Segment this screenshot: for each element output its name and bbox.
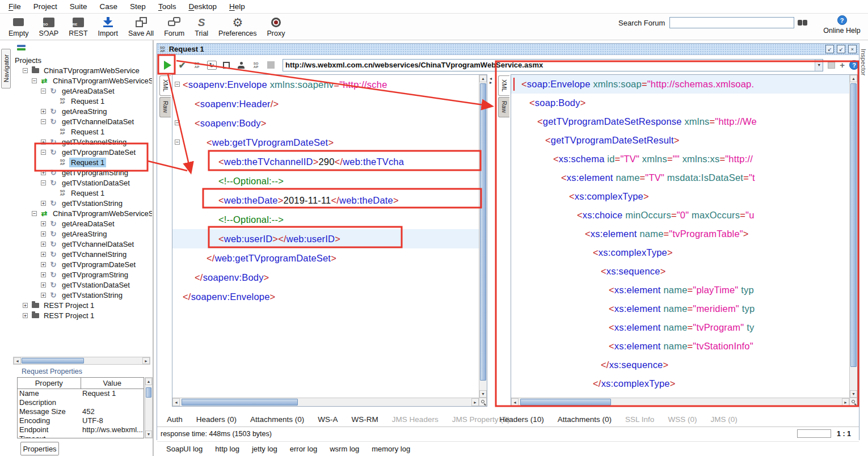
properties-bottom-tab[interactable]: Properties: [20, 442, 59, 455]
xml-line[interactable]: −<soapenv:Envelope xmlns:soapenv="http:/…: [172, 75, 479, 94]
xml-line[interactable]: <xs:element name="meridiem" typ: [511, 299, 849, 318]
tree-expander-icon[interactable]: −: [32, 78, 37, 83]
submit-request-button[interactable]: [160, 58, 175, 72]
scroll-left-icon[interactable]: ◄: [172, 398, 180, 406]
add-to-testcase-button[interactable]: SOAP: [248, 58, 263, 72]
toolbar-button-rest[interactable]: REST*REST: [64, 15, 92, 39]
log-tab-http-log[interactable]: http log: [215, 445, 239, 453]
tree-expander-icon[interactable]: −: [41, 88, 46, 94]
tree-item-getareadataset[interactable]: −↻getAreaDataSet: [11, 86, 152, 96]
log-tab-jetty-log[interactable]: jetty log: [252, 445, 277, 453]
add-assertion-icon[interactable]: +: [840, 62, 845, 69]
xml-line[interactable]: <xs:element name="tvProgram" ty: [511, 318, 849, 337]
xml-line[interactable]: <xs:element name="TV" msdata:IsDataSet="…: [511, 168, 849, 187]
xml-line[interactable]: <soap:Body>: [511, 94, 849, 112]
request-horizontal-scrollbar[interactable]: ◄ ►: [172, 398, 479, 406]
tree-expander-icon[interactable]: +: [41, 293, 46, 298]
scroll-up-icon[interactable]: ▲: [850, 75, 857, 82]
binoculars-search-icon[interactable]: [798, 20, 807, 26]
xml-line[interactable]: <web:theTVchannelID>290</web:theTVcha: [172, 152, 479, 171]
scroll-down-icon[interactable]: ▼: [479, 390, 487, 398]
tree-horizontal-scrollbar[interactable]: ◄ ►: [13, 357, 150, 365]
tree-expander-icon[interactable]: +: [41, 252, 46, 257]
tree-expander-icon[interactable]: +: [41, 140, 46, 145]
xml-line[interactable]: </soapenv:Body>: [172, 268, 479, 287]
magnifier-button[interactable]: [479, 398, 487, 406]
tree-item-request-1[interactable]: SOAPRequest 1: [11, 96, 152, 106]
xml-line[interactable]: </web:getTVprogramDateSet>: [172, 248, 479, 268]
tree-item-gettvprogramstring[interactable]: +↻getTVprogramString: [11, 269, 152, 280]
tree-expander-icon[interactable]: +: [41, 282, 46, 288]
scroll-down-icon[interactable]: ▼: [145, 430, 152, 438]
response-xml-pane[interactable]: <soap:Envelope xmlns:soap="http://schema…: [511, 75, 849, 398]
tree-item-getareadataset[interactable]: +↻getAreaDataSet: [11, 218, 152, 229]
validate-button[interactable]: ✔: [175, 58, 189, 72]
magnifier-button[interactable]: [849, 398, 857, 406]
xml-line[interactable]: <xs:sequence>: [511, 262, 849, 281]
response-tab-attachments-0[interactable]: Attachments (0): [558, 415, 612, 424]
tree-item-gettvchanneldataset[interactable]: +↻getTVchannelDataSet: [11, 239, 152, 249]
menu-item-file[interactable]: File: [2, 2, 27, 11]
tree-item-gettvstationdataset[interactable]: −↻getTVstationDataSet: [11, 178, 152, 188]
tree-item-getareastring[interactable]: +↻getAreaString: [11, 229, 152, 239]
response-editor-tab-raw[interactable]: Raw: [498, 97, 509, 117]
xml-line[interactable]: <xs:choice minOccurs="0" maxOccurs="u: [511, 206, 849, 225]
xml-line[interactable]: <xs:complexType>: [511, 243, 849, 262]
tree-item-gettvstationstring[interactable]: +↻getTVstationString: [11, 198, 152, 208]
endpoint-url-field[interactable]: ▼: [283, 59, 823, 71]
endpoint-explorer-button[interactable]: [234, 58, 248, 72]
request-editor-tab-raw[interactable]: Raw: [159, 97, 171, 117]
tree-expander-icon[interactable]: +: [41, 242, 46, 247]
toolbar-button-soap[interactable]: SOAP*SOAP: [33, 15, 64, 39]
tree-item-gettvchanneldataset[interactable]: −↻getTVchannelDataSet: [11, 116, 152, 126]
xml-line[interactable]: <web:theDate>2019-11-11</web:theDate>: [172, 191, 479, 210]
xml-line[interactable]: </xs:complexType>: [511, 374, 849, 393]
tree-expander-icon[interactable]: −: [23, 68, 28, 73]
fold-collapse-icon[interactable]: −: [175, 82, 180, 87]
tree-item-gettvstationstring[interactable]: +↻getTVstationString: [11, 290, 152, 300]
tree-expander-icon[interactable]: −: [41, 119, 46, 124]
create-empty-button[interactable]: ↻: [204, 58, 219, 72]
xml-line[interactable]: <xs:element name="playTime" typ: [511, 281, 849, 299]
fold-collapse-icon[interactable]: −: [175, 120, 180, 125]
property-row-message-size[interactable]: Message Size452: [18, 407, 144, 416]
tree-expander-icon[interactable]: +: [41, 170, 46, 175]
tree-item-rest-project-1[interactable]: +REST Project 1: [11, 300, 152, 310]
request-tab-attachments-0[interactable]: Attachments (0): [250, 415, 304, 424]
toolbar-button-trial[interactable]: STrial: [189, 15, 213, 39]
endpoint-url-input[interactable]: [283, 61, 815, 69]
xml-line[interactable]: <xs:complexType>: [511, 187, 849, 206]
scroll-left-icon[interactable]: ◄: [14, 357, 21, 364]
tree-expander-icon[interactable]: +: [41, 201, 46, 206]
tree-item-chinatvprogramwebservice[interactable]: −ChinaTVprogramWebService: [11, 65, 152, 75]
tree-item-gettvchannelstring[interactable]: +↻getTVchannelString: [11, 249, 152, 259]
menu-item-help[interactable]: Help: [223, 2, 251, 11]
response-horizontal-scrollbar[interactable]: ◄ ►: [511, 398, 849, 406]
tree-item-gettvprogramdateset[interactable]: −↻getTVprogramDateSet: [11, 147, 152, 157]
request-window-titlebar[interactable]: SOAP Request 1 ↙ ↙ ×: [157, 44, 859, 55]
tree-item-chinatvprogramwebservicesoa[interactable]: −⇄ChinaTVprogramWebServiceSoa: [11, 75, 152, 86]
xml-line[interactable]: <!--Optional:-->: [172, 210, 479, 229]
navigator-tab[interactable]: Navigator: [1, 49, 11, 88]
tree-expander-icon[interactable]: +: [41, 221, 46, 226]
tree-expander-icon[interactable]: +: [41, 262, 46, 267]
tree-expander-icon[interactable]: +: [23, 303, 28, 308]
url-dropdown-icon[interactable]: ▼: [815, 60, 823, 71]
xml-line[interactable]: <getTVprogramDateSetResponse xmlns="http…: [511, 112, 849, 131]
log-tab-error-log[interactable]: error log: [290, 445, 317, 453]
toolbar-button-saveall[interactable]: Save All: [123, 15, 159, 39]
float-window-icon[interactable]: ↙: [837, 45, 845, 53]
tree-item-request-1[interactable]: SOAPRequest 1: [11, 157, 152, 167]
scroll-right-icon[interactable]: ►: [471, 398, 479, 406]
scroll-left-icon[interactable]: ◄: [511, 398, 519, 406]
tree-item-chinatvprogramwebservicesoa[interactable]: −⇄ChinaTVprogramWebServiceSoa: [11, 208, 152, 218]
xml-line[interactable]: <web:userID></web:userID>: [172, 229, 479, 248]
tree-item-gettvchannelstring[interactable]: +↻getTVchannelString: [11, 137, 152, 147]
tree-item-gettvprogramdateset[interactable]: +↻getTVprogramDateSet: [11, 259, 152, 269]
request-vertical-scrollbar[interactable]: ▲ ▼: [479, 75, 487, 398]
menu-item-suite[interactable]: Suite: [64, 2, 94, 11]
xml-line[interactable]: <!--Optional:-->: [172, 171, 479, 191]
toolbar-button-forum[interactable]: Forum: [159, 15, 189, 39]
log-tab-soapui-log[interactable]: SoapUI log: [166, 445, 203, 453]
request-tab-ws-rm[interactable]: WS-RM: [352, 415, 378, 424]
